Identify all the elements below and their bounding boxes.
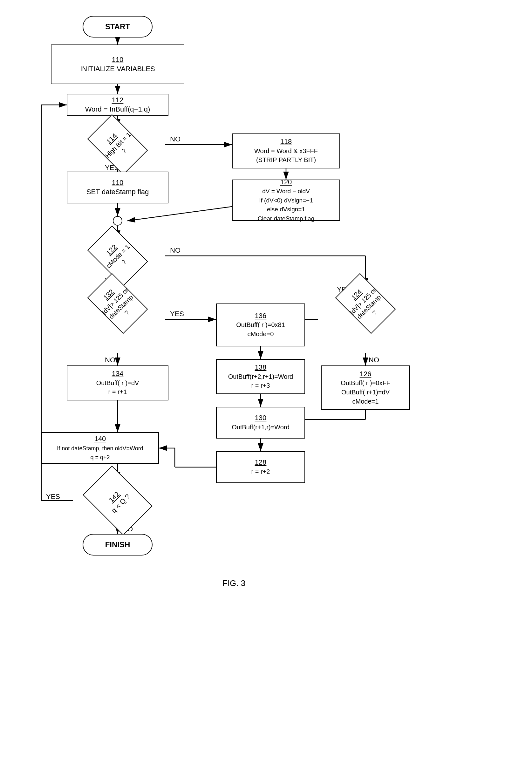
start-node: START: [83, 16, 152, 37]
box-140: 140 If not dateStamp, then oldV=Word q =…: [41, 432, 159, 464]
box-110b-num: 110: [87, 178, 149, 188]
fig-title: FIG. 3: [222, 578, 245, 588]
box-110b-text: SET dateStamp flag: [87, 188, 149, 196]
box-128: 128 r = r+2: [216, 451, 305, 483]
svg-text:YES: YES: [46, 492, 60, 501]
box-134: 134 OutBuff( r )=dV r = r+1: [67, 365, 169, 401]
diamond-142-wrapper: 142 q < Q ?: [73, 480, 162, 521]
box-110b: 110 SET dateStamp flag: [67, 172, 169, 203]
box-118-text: Word = Word & x3FFF (STRIP PARTLY BIT): [254, 147, 318, 164]
finish-node: FINISH: [83, 534, 152, 555]
box-110a-num: 110: [80, 55, 155, 65]
diamond-124-wrapper: 124 |dV|> 125 or dateStamp ?: [321, 286, 410, 321]
circle-connector: [113, 216, 122, 226]
box-134-text: OutBuff( r )=dV r = r+1: [96, 379, 139, 396]
box-128-num: 128: [251, 458, 270, 467]
box-138-text: OutBuff(r+2,r+1)=Word r = r+3: [228, 373, 293, 389]
box-136-text: OutBuff( r )=0x81 cMode=0: [236, 321, 285, 337]
box-130-text: OutBuff(r+1,r)=Word: [232, 424, 290, 431]
box-140-num: 140: [57, 434, 143, 444]
finish-label: FINISH: [105, 540, 130, 549]
flowchart-diagram: YES NO YES NO YES NO YES: [0, 0, 532, 777]
figure-label: FIG. 3: [222, 578, 245, 588]
box-112-num: 112: [85, 96, 150, 105]
svg-text:YES: YES: [170, 310, 184, 318]
svg-text:NO: NO: [170, 246, 181, 254]
svg-text:NO: NO: [105, 356, 115, 364]
box-130-num: 130: [232, 414, 290, 423]
box-112: 112 Word = InBuff(q+1,q): [67, 94, 169, 116]
box-126-text: OutBuff( r )=0xFF OutBuff( r+1)=dV cMode…: [341, 379, 390, 405]
box-126: 126 OutBuff( r )=0xFF OutBuff( r+1)=dV c…: [321, 365, 410, 410]
box-136: 136 OutBuff( r )=0x81 cMode=0: [216, 304, 305, 346]
box-126-num: 126: [341, 369, 390, 379]
diamond-122-wrapper: 122 cMode = 1 ?: [73, 238, 162, 273]
svg-text:NO: NO: [368, 356, 379, 364]
box-136-num: 136: [236, 312, 285, 321]
box-120-num: 120: [258, 178, 315, 187]
box-120: 120 dV = Word − oldV If (dV<0) dVsign=−1…: [232, 180, 340, 221]
box-138: 138 OutBuff(r+2,r+1)=Word r = r+3: [216, 359, 305, 394]
box-110a: 110 INITIALIZE VARIABLES: [51, 44, 184, 84]
box-118-num: 118: [254, 137, 318, 146]
diamond-124-label: 124 |dV|> 125 or dateStamp ?: [322, 260, 409, 347]
start-label: START: [105, 22, 130, 31]
diamond-132-wrapper: 132 |dV|> 125 or dateStamp ?: [73, 286, 162, 321]
box-128-text: r = r+2: [251, 468, 270, 475]
box-134-num: 134: [96, 369, 139, 378]
box-110a-text: INITIALIZE VARIABLES: [80, 65, 155, 73]
box-120-text: dV = Word − oldV If (dV<0) dVsign=−1 els…: [258, 188, 315, 222]
svg-text:NO: NO: [170, 135, 181, 143]
box-138-num: 138: [228, 363, 293, 372]
box-118: 118 Word = Word & x3FFF (STRIP PARTLY BI…: [232, 133, 340, 169]
diamond-114-wrapper: 114 High Bit = 1 ?: [73, 127, 162, 162]
box-140-text: If not dateStamp, then oldV=Word q = q+2: [57, 445, 143, 461]
box-130: 130 OutBuff(r+1,r)=Word: [216, 407, 305, 439]
